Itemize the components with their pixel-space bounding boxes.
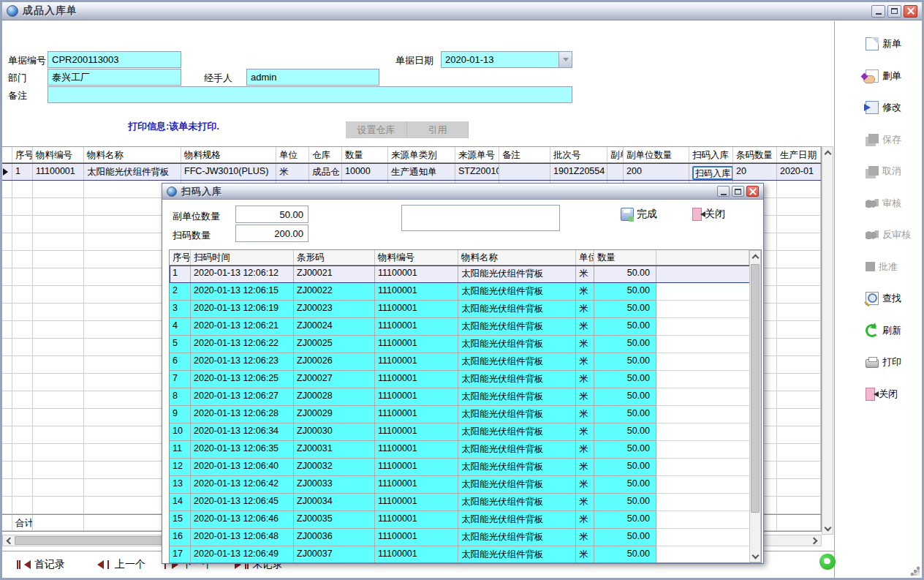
- main-titlebar: 成品入库单: [2, 2, 922, 20]
- main-vscrollbar[interactable]: [822, 146, 833, 535]
- table-cell: 米: [576, 546, 594, 563]
- scan-table-row[interactable]: 62020-01-13 12:06:23ZJ0002611100001太阳能光伏…: [170, 353, 761, 371]
- sidebar-item-print[interactable]: 打印: [845, 353, 921, 372]
- remark-label: 备注: [8, 89, 27, 102]
- table-cell: [656, 388, 749, 406]
- scan-table-row[interactable]: 42020-01-13 12:06:21ZJ0002411100001太阳能光伏…: [170, 318, 761, 336]
- maximize-icon: [735, 189, 741, 195]
- current-row-marker: [2, 164, 12, 180]
- scan-table-row[interactable]: 162020-01-13 12:06:48ZJ0003611100001太阳能光…: [170, 529, 761, 546]
- table-cell: 2020-01-13 12:06:42: [191, 476, 294, 494]
- empty-cell: [33, 339, 84, 356]
- empty-cell: [12, 426, 33, 444]
- scan-inbound-button[interactable]: 扫码入库: [692, 166, 733, 180]
- table-cell: 米: [576, 511, 594, 529]
- sidebar-item-find[interactable]: 查找: [845, 289, 921, 308]
- empty-cell: [12, 216, 33, 233]
- resize-grip[interactable]: [910, 566, 920, 576]
- scan-table-row[interactable]: 132020-01-13 12:06:42ZJ0003311100001太阳能光…: [170, 476, 761, 494]
- doc-date-input[interactable]: [441, 51, 572, 68]
- scan-table-row[interactable]: 82020-01-13 12:06:27ZJ0002811100001太阳能光伏…: [170, 388, 761, 406]
- table-cell: ZJ00022: [294, 283, 375, 301]
- table-cell: 2020-01-13 12:06:27: [191, 388, 294, 406]
- empty-cell: [777, 181, 821, 198]
- minimize-button[interactable]: [871, 5, 885, 18]
- total-label: 合计: [12, 515, 33, 531]
- close-icon: [749, 188, 757, 195]
- scan-table-row[interactable]: 152020-01-13 12:06:46ZJ0003511100001太阳能光…: [170, 511, 761, 529]
- table-cell: 11100001: [375, 371, 458, 388]
- table-cell: 20: [733, 164, 777, 180]
- barcode-scan-input[interactable]: [401, 205, 560, 231]
- empty-cell: [777, 339, 821, 356]
- dialog-close-action-button[interactable]: 关闭: [692, 208, 725, 221]
- table-cell: 50.00: [594, 336, 656, 353]
- table-cell: 50.00: [594, 494, 656, 511]
- empty-cell: [777, 356, 821, 374]
- empty-cell: [12, 409, 33, 426]
- handler-label: 经手人: [204, 72, 232, 85]
- table-cell: [656, 494, 749, 511]
- exit-door-icon: [692, 208, 702, 221]
- table-cell: 2020-01-13 12:06:34: [191, 423, 294, 441]
- column-header: 物料规格: [181, 147, 276, 162]
- table-cell: 9: [170, 406, 191, 423]
- nav-first-button[interactable]: 首记录: [17, 558, 65, 571]
- doc-date-dropdown-button[interactable]: [558, 52, 572, 67]
- table-row[interactable]: 111100001太阳能光伏组件背板FFC-JW3010(PLUS)米成品仓10…: [2, 163, 821, 181]
- scan-vscroll-thumb[interactable]: [751, 264, 760, 513]
- scan-table-row[interactable]: 52020-01-13 12:06:22ZJ0002511100001太阳能光伏…: [170, 336, 761, 353]
- table-cell: ZJ00033: [294, 476, 375, 494]
- table-cell: 6: [170, 353, 191, 371]
- sub-qty-field[interactable]: [235, 206, 308, 223]
- scan-vscroll-down-button[interactable]: [750, 551, 760, 562]
- main-hscroll-left-button[interactable]: [3, 535, 14, 546]
- dept-input[interactable]: [48, 69, 181, 86]
- finish-button[interactable]: 完成: [621, 208, 657, 221]
- scan-table-row[interactable]: 112020-01-13 12:06:35ZJ0003111100001太阳能光…: [170, 441, 761, 459]
- maximize-button[interactable]: [887, 5, 901, 18]
- remark-input[interactable]: [48, 86, 572, 103]
- chevron-up-icon: [824, 150, 831, 157]
- scan-table-row[interactable]: 12020-01-13 12:06:12ZJ0002111100001太阳能光伏…: [170, 265, 761, 283]
- nav-prev-button[interactable]: 上一个: [97, 558, 145, 571]
- handler-input[interactable]: [246, 69, 379, 86]
- table-cell: 2020-01-13 12:06:46: [191, 511, 294, 529]
- sidebar-item-refresh[interactable]: 刷新: [845, 321, 921, 340]
- scan-table-row[interactable]: 92020-01-13 12:06:28ZJ0002911100001太阳能光伏…: [170, 406, 761, 423]
- scan-table-row[interactable]: 102020-01-13 12:06:34ZJ0003011100001太阳能光…: [170, 423, 761, 441]
- scan-table-row[interactable]: 32020-01-13 12:06:19ZJ0002311100001太阳能光伏…: [170, 301, 761, 318]
- finish-button-label: 完成: [637, 208, 657, 221]
- dialog-close-button[interactable]: [746, 186, 759, 197]
- table-cell: [656, 301, 749, 318]
- sidebar-item-modify[interactable]: 修改: [845, 98, 921, 117]
- table-cell: 太阳能光伏组件背板: [458, 546, 576, 563]
- scan-table-row[interactable]: 22020-01-13 12:06:15ZJ0002211100001太阳能光伏…: [170, 283, 761, 301]
- main-vscroll-up-button[interactable]: [822, 147, 833, 158]
- main-vscroll-down-button[interactable]: [822, 523, 833, 534]
- close-button[interactable]: [904, 5, 917, 18]
- sidebar-item-new-doc[interactable]: 新单: [845, 34, 921, 53]
- scan-table-row[interactable]: 172020-01-13 12:06:49ZJ0003711100001太阳能光…: [170, 546, 761, 563]
- doc-no-input[interactable]: [48, 51, 181, 68]
- sidebar-item-delete[interactable]: 删单: [845, 67, 921, 86]
- table-cell: 太阳能光伏组件背板: [458, 301, 576, 318]
- sidebar-item-label: 新单: [882, 37, 901, 50]
- sidebar-item-close-door[interactable]: 关闭: [845, 385, 921, 404]
- scan-dialog: 扫码入库 副单位数量 扫码数量 完成 关闭 序号扫码时间条形码物料编号物料名称单…: [162, 183, 764, 564]
- table-cell: ZJ00034: [294, 494, 375, 511]
- quote-button[interactable]: 引用: [407, 121, 469, 138]
- scan-vscroll-up-button[interactable]: [750, 251, 760, 262]
- chevron-down-icon: [824, 524, 831, 531]
- scan-table-row[interactable]: 122020-01-13 12:06:40ZJ0003211100001太阳能光…: [170, 459, 761, 476]
- sidebar-item-label: 修改: [882, 101, 901, 114]
- main-hscroll-right-button[interactable]: [809, 535, 820, 546]
- dialog-maximize-button[interactable]: [732, 186, 744, 197]
- scan-table-row[interactable]: 142020-01-13 12:06:45ZJ0003411100001太阳能光…: [170, 494, 761, 511]
- dialog-minimize-button[interactable]: [717, 186, 730, 197]
- table-cell: 50.00: [594, 476, 656, 494]
- sidebar-item-label: 关闭: [879, 388, 898, 401]
- scan-qty-field[interactable]: [235, 225, 308, 242]
- scan-table-row[interactable]: 72020-01-13 12:06:25ZJ0002711100001太阳能光伏…: [170, 371, 761, 388]
- nav-bars-icon: [17, 560, 18, 569]
